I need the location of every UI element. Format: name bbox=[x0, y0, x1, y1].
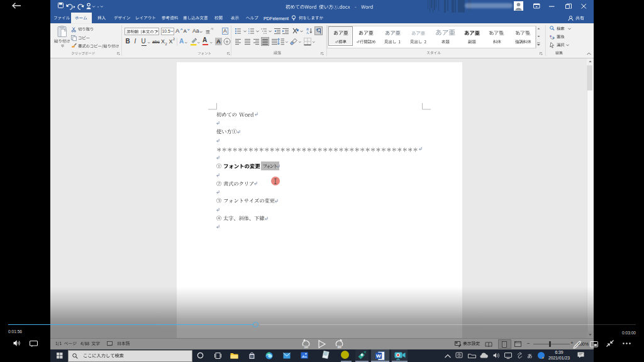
svg-text:30: 30 bbox=[337, 344, 341, 348]
svg-text:10: 10 bbox=[304, 344, 308, 348]
svg-text:W: W bbox=[375, 353, 380, 359]
svg-text:a: a bbox=[550, 34, 552, 38]
